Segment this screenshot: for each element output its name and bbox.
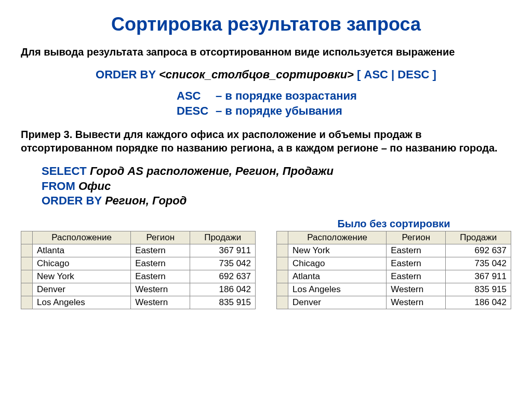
sql-select-args: Город AS расположение, Регион, Продажи: [87, 164, 334, 177]
sql-orderby-kw: ORDER BY: [42, 194, 102, 207]
sql-select-kw: SELECT: [42, 164, 87, 177]
syntax-close-bracket: ]: [433, 68, 436, 81]
sql-from-args: Офис: [75, 180, 111, 193]
table-header-row: Расположение Регион Продажи: [21, 231, 256, 244]
table-row: New YorkEastern692 637: [21, 270, 256, 283]
definitions: ASC – в порядке возрастания DESC – в пор…: [177, 89, 511, 118]
asc-desc: – в порядке возрастания: [216, 89, 357, 104]
table-row: AtlantaEastern367 911: [277, 270, 511, 283]
table-row: Los AngelesWestern835 915: [21, 296, 256, 309]
desc-term: DESC: [177, 104, 216, 119]
sorted-caption: [21, 218, 256, 230]
sql-from-kw: FROM: [42, 180, 75, 193]
unsorted-caption: Было без сортировки: [276, 218, 511, 230]
page-title: Сортировка результатов запроса: [21, 13, 511, 35]
syntax-open-bracket: [: [357, 68, 361, 81]
col-sales: Продажи: [446, 231, 511, 244]
col-region: Регион: [387, 231, 446, 244]
row-header-blank: [21, 231, 33, 244]
syntax-param: <список_столбцов_сортировки>: [159, 68, 354, 81]
sql-orderby-args: Регион, Город: [102, 194, 187, 207]
syntax-line: ORDER BY <список_столбцов_сортировки> [ …: [21, 68, 511, 81]
example-text: Пример 3. Вывести для каждого офиса их р…: [21, 128, 511, 155]
col-location: Расположение: [288, 231, 387, 244]
col-location: Расположение: [33, 231, 131, 244]
table-row: ChicagoEastern735 042: [21, 257, 256, 270]
sorted-table-block: Расположение Регион Продажи AtlantaEaste…: [21, 218, 256, 309]
sql-block: SELECT Город AS расположение, Регион, Пр…: [42, 164, 511, 209]
unsorted-table-block: Было без сортировки Расположение Регион …: [276, 218, 511, 309]
table-row: DenverWestern186 042: [277, 296, 511, 309]
asc-term: ASC: [177, 89, 216, 104]
table-row: AtlantaEastern367 911: [21, 244, 256, 257]
intro-text: Для вывода результата запроса в отсортир…: [21, 46, 511, 59]
syntax-options: ASC | DESC: [364, 68, 430, 81]
row-header-blank: [277, 231, 288, 244]
table-row: DenverWestern186 042: [21, 283, 256, 296]
table-row: New YorkEastern692 637: [277, 244, 511, 257]
desc-desc: – в порядке убывания: [216, 104, 342, 119]
table-header-row: Расположение Регион Продажи: [277, 231, 511, 244]
unsorted-table: Расположение Регион Продажи New YorkEast…: [276, 231, 511, 309]
tables-container: Расположение Регион Продажи AtlantaEaste…: [21, 218, 511, 309]
col-region: Регион: [131, 231, 190, 244]
syntax-keyword: ORDER BY: [96, 68, 156, 81]
sorted-table: Расположение Регион Продажи AtlantaEaste…: [21, 231, 256, 309]
table-row: ChicagoEastern735 042: [277, 257, 511, 270]
col-sales: Продажи: [190, 231, 256, 244]
table-row: Los AngelesWestern835 915: [277, 283, 511, 296]
